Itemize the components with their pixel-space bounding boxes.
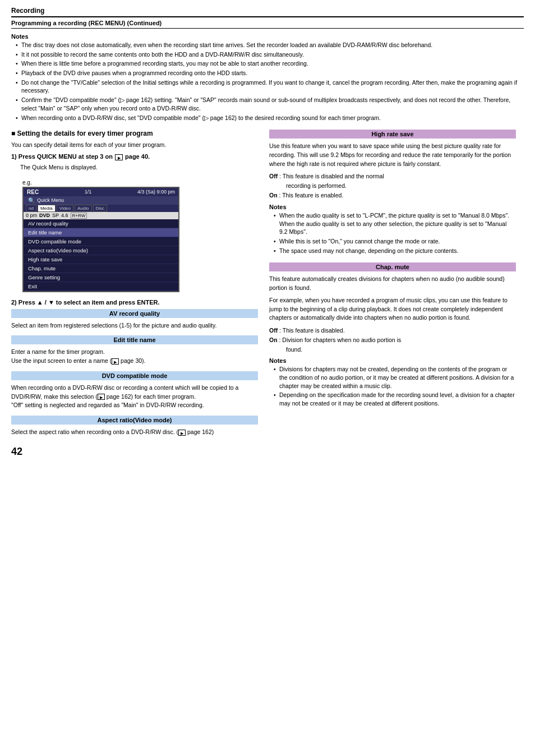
step1-sub: The Quick Menu is displayed. [20,164,258,170]
quick-menu-label: Quick Menu [37,197,64,203]
notes-label: Notes [11,33,524,40]
tab-audio: Audio [75,205,91,212]
high-rate-save-notes: Notes When the audio quality is set to "… [269,204,516,255]
list-item: While this is set to "On," you cannot ch… [274,237,516,246]
edit-title-name-desc: Enter a name for the timer program. Use … [11,348,258,366]
edit-title-name-section: Edit title name Enter a name for the tim… [11,335,258,366]
menu-quick-menu-row: 🔍 Quick Menu [24,196,178,205]
menu-counter: 1/1 [85,189,92,195]
header-section: Recording [11,7,524,17]
menu-items: AV record quality Edit title name DVD co… [24,219,178,291]
page-ref-icon: ▶ [115,154,123,160]
high-rate-save-off: Off : This feature is disabled and the n… [269,172,516,200]
list-item: When recording onto a DVD-R/RW disc, set… [16,114,524,122]
list-item: It it not possible to record the same co… [16,50,524,59]
left-column: Setting the details for every timer prog… [11,130,258,458]
subsection-title: Programming a recording (REC MENU) (Cont… [11,20,162,26]
list-item: Depending on the specification made for … [274,391,516,407]
menu-tab-row: nd Media Video Audio Disc [24,205,178,212]
menu-screenshot: e.g. REC 1/1 4/3 (Sa) 9:00 pm 🔍 Quick Me… [22,179,179,292]
step1-instruction: 1) Press QUICK MENU at step 3 on ▶ page … [11,153,258,160]
sub-header: Programming a recording (REC MENU) (Cont… [11,20,524,29]
tab-nd: nd [26,205,36,212]
high-rate-save-desc: Use this feature when you want to save s… [269,142,516,168]
dvd-compatible-mode-desc: When recording onto a DVD-R/RW disc or r… [11,384,258,410]
edit-title-name-title: Edit title name [11,335,258,344]
list-item: The space used may not change, depending… [274,247,516,255]
list-item: Divisions for chapters may not be create… [274,365,516,390]
av-record-quality-desc: Select an item from registered selection… [11,321,258,330]
tab-video: Video [57,205,73,212]
menu-rec-label: REC [27,189,39,195]
menu-item-chap-mute[interactable]: Chap. mute [24,264,178,273]
page-number: 42 [11,446,258,458]
dvd-compatible-mode-title: DVD compatible mode [11,371,258,380]
aspect-ratio-desc: Select the aspect ratio when recording o… [11,428,258,437]
intro-text: You can specify detail items for each of… [11,141,258,150]
page-ref-icon: ▶ [178,430,186,436]
aspect-ratio-title: Aspect ratio(Video mode) [11,416,258,425]
menu-info-row: 0 pm DVD SP 4.6 R+RW [24,212,178,219]
menu-item-genre-setting[interactable]: Genre setting [24,273,178,282]
notes-list: The disc tray does not close automatical… [11,41,524,122]
menu-eg-label: e.g. [22,179,179,186]
menu-header-bar: REC 1/1 4/3 (Sa) 9:00 pm [24,188,178,196]
menu-item-av-record-quality[interactable]: AV record quality [24,219,178,228]
aspect-ratio-section: Aspect ratio(Video mode) Select the aspe… [11,416,258,437]
list-item: The disc tray does not close automatical… [16,41,524,49]
chap-mute-desc1: This feature automatically creates divis… [269,275,516,293]
menu-datetime: 4/3 (Sa) 9:00 pm [137,189,175,195]
menu-box: REC 1/1 4/3 (Sa) 9:00 pm 🔍 Quick Menu nd… [22,187,179,292]
page-ref-icon: ▶ [112,358,119,365]
av-record-quality-title: AV record quality [11,309,258,318]
step2-instruction: 2) Press ▲ / ▼ to select an item and pre… [11,299,258,306]
av-record-quality-section: AV record quality Select an item from re… [11,309,258,330]
chap-mute-off-on: Off : This feature is disabled. On : Div… [269,326,516,354]
menu-item-exit[interactable]: Exit [24,282,178,291]
right-column: High rate save Use this feature when you… [269,130,516,458]
notes-section: Notes The disc tray does not close autom… [11,33,524,122]
high-rate-save-title: High rate save [269,130,516,139]
two-col-layout: Setting the details for every timer prog… [11,130,524,458]
quick-menu-icon: 🔍 [28,197,35,204]
list-item: When there is little time before a progr… [16,59,524,68]
chap-mute-section: Chap. mute This feature automatically cr… [269,262,516,408]
menu-item-dvd-compatible-mode[interactable]: DVD compatible mode [24,237,178,246]
chap-mute-desc2: For example, when you have recorded a pr… [269,296,516,322]
menu-item-aspect-ratio[interactable]: Aspect ratio(Video mode) [24,246,178,255]
page-ref-icon: ▶ [98,394,105,400]
list-item: Do not change the "TV/Cable" selection o… [16,79,524,95]
high-rate-save-section: High rate save Use this feature when you… [269,130,516,255]
tab-media: Media [38,205,56,212]
section-title: Recording [11,7,44,15]
chap-mute-notes: Notes Divisions for chapters may not be … [269,357,516,407]
section-heading: Setting the details for every timer prog… [11,130,258,137]
list-item: Confirm the "DVD compatible mode" (▷ pag… [16,96,524,112]
list-item: Playback of the DVD drive pauses when a … [16,69,524,77]
page: Recording Programming a recording (REC M… [0,0,535,756]
list-item: When the audio quality is set to "L-PCM"… [274,211,516,236]
chap-mute-title: Chap. mute [269,262,516,271]
menu-item-edit-title-name[interactable]: Edit title name [24,228,178,237]
menu-item-high-rate-save[interactable]: High rate save [24,255,178,264]
tab-disc: Disc [93,205,108,212]
dvd-compatible-mode-section: DVD compatible mode When recording onto … [11,371,258,410]
